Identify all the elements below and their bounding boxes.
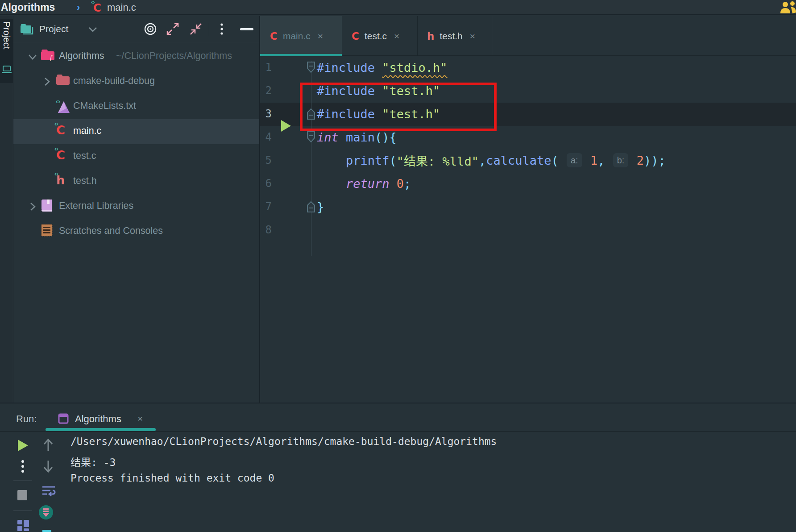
- chevron-right-icon[interactable]: [42, 77, 52, 87]
- close-icon[interactable]: ×: [470, 31, 475, 42]
- run-line-marker-icon[interactable]: [281, 120, 291, 132]
- tab-label: main.c: [283, 31, 311, 42]
- tree-item-label: test.c: [73, 150, 96, 162]
- chevron-down-icon[interactable]: [28, 52, 37, 62]
- fold-marker-icon[interactable]: [306, 125, 316, 149]
- fold-marker-icon[interactable]: [306, 102, 316, 125]
- tool-button-project-label: Project: [1, 21, 12, 49]
- hide-panel-icon[interactable]: [240, 28, 253, 30]
- code-token: ;: [404, 177, 411, 191]
- code-token: [583, 154, 590, 167]
- tree-item-test-h[interactable]: ‹›htest.h: [13, 169, 260, 194]
- line-number-2: 2: [260, 79, 272, 102]
- project-panel-header: Project: [13, 16, 259, 43]
- c-file-icon: C: [270, 30, 278, 42]
- project-tree: fAlgorithms~/CLionProjects/Algorithmscma…: [13, 44, 259, 392]
- line-number-8: 8: [260, 218, 272, 241]
- tab-label: test.c: [365, 31, 387, 42]
- editor-tab-test-h[interactable]: htest.h×: [417, 16, 492, 56]
- tree-item-cmake-build-debug[interactable]: cmake-build-debug: [13, 69, 260, 94]
- tree-item-cmakelists-txt[interactable]: ‹›CMakeLists.txt: [13, 94, 260, 119]
- breadcrumb-project[interactable]: Algorithms: [1, 1, 55, 13]
- code-token: ,: [597, 154, 612, 167]
- line-number-1: 1: [260, 56, 272, 79]
- soft-wrap-icon[interactable]: [41, 485, 56, 497]
- divider: [13, 510, 32, 511]
- code-token: int: [317, 130, 339, 144]
- tree-item-label: External Libraries: [59, 200, 133, 212]
- code-line-3: #include "test.h": [317, 102, 440, 125]
- code-token: (: [390, 154, 397, 167]
- editor-tab-bar: Cmain.c×Ctest.c×htest.h×: [260, 16, 796, 56]
- tree-item-main-c[interactable]: ‹›Cmain.c: [13, 119, 260, 144]
- code-line-6: return 0;: [317, 172, 411, 195]
- stop-icon[interactable]: [17, 490, 27, 500]
- editor-tab-main-c[interactable]: Cmain.c×: [260, 16, 342, 56]
- clear-icon[interactable]: [42, 530, 51, 532]
- code-token: ,: [479, 154, 486, 167]
- expand-icon[interactable]: [166, 22, 179, 36]
- divider: [492, 16, 492, 56]
- code-token: [629, 154, 636, 167]
- parameter-hint: b:: [613, 153, 629, 167]
- code-line-4: int main(){: [317, 125, 397, 149]
- tree-item-label: main.c: [73, 125, 101, 137]
- kebab-menu-icon[interactable]: [220, 22, 224, 37]
- line-number-7: 7: [260, 195, 272, 218]
- line-number-3: 3: [260, 102, 272, 125]
- tree-item-label: Scratches and Consoles: [59, 225, 163, 237]
- divider: [209, 23, 209, 36]
- collapse-icon[interactable]: [189, 22, 203, 36]
- c-file-icon: ‹›C: [91, 1, 105, 14]
- code-token: calculate: [486, 154, 551, 167]
- project-panel-title[interactable]: Project: [39, 24, 68, 34]
- tree-item-label: Algorithms: [59, 50, 104, 62]
- code-token: ));: [644, 154, 666, 167]
- run-play-icon[interactable]: [18, 440, 28, 451]
- h-file-icon: h: [427, 30, 434, 42]
- code-token: "stdio.h": [382, 61, 447, 75]
- code-token: (){: [375, 130, 397, 144]
- fold-marker-icon[interactable]: [306, 195, 316, 218]
- kebab-menu-icon[interactable]: [21, 459, 25, 475]
- close-icon[interactable]: ×: [318, 31, 323, 42]
- scroll-to-end-icon[interactable]: [38, 505, 54, 520]
- tree-item-algorithms[interactable]: fAlgorithms~/CLionProjects/Algorithms: [13, 44, 260, 69]
- divider: [0, 431, 796, 432]
- run-tab-algorithms[interactable]: Algorithms ×: [46, 403, 156, 430]
- window-icon: [58, 413, 69, 424]
- c-file-icon: C: [352, 30, 359, 42]
- rerun-up-icon[interactable]: [42, 438, 54, 452]
- chevron-down-icon[interactable]: [88, 27, 97, 32]
- folder-build-icon: [55, 73, 71, 90]
- tree-item-external-libraries[interactable]: External Libraries: [13, 194, 260, 219]
- code-token: #include: [317, 61, 375, 75]
- tree-item-scratches-and-consoles[interactable]: Scratches and Consoles: [13, 219, 260, 244]
- close-icon[interactable]: ×: [394, 31, 399, 42]
- chevron-right-icon[interactable]: [28, 202, 37, 212]
- scratches-icon: [40, 223, 56, 240]
- code-line-1: #include "stdio.h": [317, 56, 448, 79]
- down-arrow-icon[interactable]: [42, 460, 54, 473]
- code-token: #include: [317, 84, 375, 98]
- close-icon[interactable]: ×: [137, 413, 143, 424]
- tree-item-label: cmake-build-debug: [73, 75, 155, 87]
- line-number-6: 6: [260, 172, 272, 195]
- breadcrumb-bar: Algorithms › ‹›C main.c: [0, 0, 796, 15]
- editor-tab-test-c[interactable]: Ctest.c×: [342, 16, 417, 56]
- code-token: 1: [590, 154, 597, 167]
- breadcrumb-file[interactable]: main.c: [107, 2, 136, 13]
- tool-button-project[interactable]: Project: [0, 19, 13, 83]
- line-number-4: 4: [260, 125, 272, 149]
- code-token: [390, 177, 397, 191]
- restore-layout-icon[interactable]: [17, 520, 29, 531]
- code-token: [339, 130, 346, 144]
- code-token: "test.h": [382, 84, 440, 98]
- locate-target-icon[interactable]: [144, 22, 157, 36]
- code-line-7: }: [317, 195, 324, 218]
- users-icon[interactable]: [779, 1, 796, 14]
- cmake-file-icon: ‹›: [55, 98, 71, 115]
- fold-marker-icon[interactable]: [306, 56, 316, 79]
- tree-item-test-c[interactable]: ‹›Ctest.c: [13, 144, 260, 169]
- code-editor[interactable]: 12345678 #include "stdio.h"#include "tes…: [260, 56, 796, 403]
